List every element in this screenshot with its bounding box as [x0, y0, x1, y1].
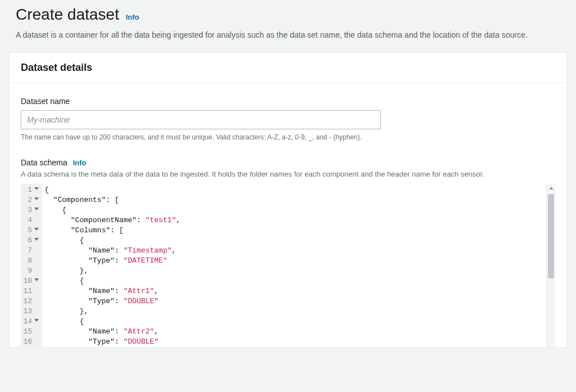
- gutter-line: 9: [21, 266, 40, 276]
- code-line[interactable]: "Components": [: [42, 195, 546, 205]
- code-line[interactable]: {: [42, 236, 546, 246]
- fold-icon[interactable]: [34, 319, 39, 322]
- fold-icon[interactable]: [34, 238, 39, 241]
- gutter-line: 12: [21, 296, 40, 307]
- fold-icon[interactable]: [34, 197, 39, 200]
- gutter-line: 11: [21, 286, 40, 296]
- fold-icon[interactable]: [34, 278, 39, 281]
- code-line[interactable]: {: [42, 317, 546, 327]
- data-schema-description: A data schema is the meta data of the da…: [21, 169, 555, 179]
- dataset-name-field: Dataset name The name can have up to 200…: [21, 97, 555, 142]
- page-title: Create dataset: [16, 6, 119, 24]
- gutter-line: 7: [21, 246, 40, 256]
- code-line[interactable]: {: [42, 205, 546, 215]
- fold-icon[interactable]: [34, 187, 39, 190]
- page-header: Create dataset Info A dataset is a conta…: [4, 0, 572, 52]
- dataset-name-hint: The name can have up to 200 characters, …: [21, 133, 555, 142]
- code-line[interactable]: "Type": "DOUBLE": [42, 296, 546, 307]
- gutter-line: 13: [21, 307, 40, 317]
- code-line[interactable]: },: [42, 307, 546, 317]
- gutter-line: 15: [21, 327, 40, 337]
- schema-info-link[interactable]: Info: [73, 159, 86, 167]
- editor-scrollbar[interactable]: [546, 184, 555, 347]
- code-line[interactable]: {: [42, 185, 546, 195]
- data-schema-field: Data schema Info A data schema is the me…: [21, 158, 555, 347]
- gutter-line: 5: [21, 226, 40, 236]
- gutter-line: 1: [21, 185, 40, 195]
- gutter-line: 10: [21, 276, 40, 286]
- scroll-up-icon[interactable]: [547, 184, 555, 193]
- panel-header: Dataset details: [10, 53, 566, 83]
- fold-icon[interactable]: [34, 208, 39, 210]
- code-gutter: 12345678910111213141516: [21, 184, 42, 347]
- data-schema-label: Data schema: [21, 158, 67, 167]
- code-line[interactable]: "Name": "Attr2",: [42, 327, 546, 337]
- fold-icon[interactable]: [34, 228, 39, 231]
- gutter-line: 8: [21, 256, 40, 266]
- code-line[interactable]: "Columns": [: [42, 226, 546, 236]
- dataset-name-label: Dataset name: [21, 97, 555, 106]
- page-info-link[interactable]: Info: [126, 13, 140, 21]
- dataset-name-input[interactable]: [21, 110, 381, 129]
- code-line[interactable]: },: [42, 266, 546, 276]
- code-line[interactable]: {: [42, 276, 546, 286]
- code-line[interactable]: "ComponentName": "test1",: [42, 215, 546, 226]
- scroll-thumb[interactable]: [548, 194, 554, 278]
- gutter-line: 14: [21, 317, 40, 327]
- gutter-line: 6: [21, 236, 40, 246]
- code-line[interactable]: "Type": "DOUBLE": [42, 337, 546, 347]
- page-description: A dataset is a container for all the dat…: [16, 29, 556, 41]
- gutter-line: 4: [21, 215, 40, 226]
- code-line[interactable]: "Type": "DATETIME": [42, 256, 546, 266]
- code-line[interactable]: "Name": "Timestamp",: [42, 246, 546, 256]
- gutter-line: 2: [21, 195, 40, 205]
- dataset-details-panel: Dataset details Dataset name The name ca…: [9, 52, 567, 348]
- schema-code-editor[interactable]: 12345678910111213141516 { "Components": …: [21, 184, 555, 347]
- code-body[interactable]: { "Components": [ { "ComponentName": "te…: [42, 184, 546, 347]
- gutter-line: 3: [21, 205, 40, 215]
- code-line[interactable]: "Name": "Attr1",: [42, 286, 546, 296]
- panel-title: Dataset details: [21, 62, 555, 74]
- gutter-line: 16: [21, 337, 40, 347]
